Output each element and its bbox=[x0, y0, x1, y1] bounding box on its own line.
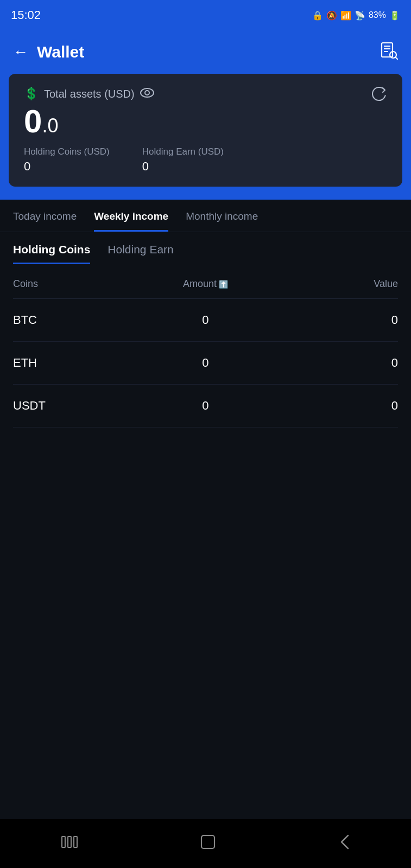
col-header-amount: Amount ⬆️ bbox=[141, 278, 269, 290]
back-button[interactable]: ← bbox=[13, 43, 28, 61]
assets-sub-row: Holding Coins (USD) 0 Holding Earn (USD)… bbox=[24, 146, 387, 174]
wifi-icon: 📶 bbox=[340, 10, 351, 21]
tab-holding-coins[interactable]: Holding Coins bbox=[13, 243, 90, 264]
nav-home-icon[interactable] bbox=[199, 833, 217, 854]
battery-icon: 🔒 bbox=[312, 10, 323, 21]
svg-point-7 bbox=[145, 91, 149, 95]
status-right-icons: 🔒 🔕 📶 📡 83% 🔋 bbox=[312, 10, 400, 21]
page-title: Wallet bbox=[37, 43, 84, 61]
header-left: ← Wallet bbox=[13, 43, 84, 61]
svg-point-6 bbox=[141, 88, 154, 97]
table-row: ETH 0 0 bbox=[13, 342, 398, 385]
assets-amount-decimal: .0 bbox=[42, 114, 58, 137]
table-row: USDT 0 0 bbox=[13, 385, 398, 427]
holding-tabs: Holding Coins Holding Earn bbox=[0, 232, 411, 264]
svg-rect-8 bbox=[62, 837, 65, 847]
coin-amount-usdt: 0 bbox=[141, 399, 269, 413]
holding-earn-item: Holding Earn (USD) 0 bbox=[142, 146, 224, 174]
main-content: Today income Weekly income Monthly incom… bbox=[0, 200, 411, 868]
col-header-value: Value bbox=[270, 278, 398, 290]
app-header: ← Wallet bbox=[0, 30, 411, 74]
coin-name-eth: ETH bbox=[13, 356, 141, 370]
svg-rect-11 bbox=[201, 835, 214, 848]
coin-name-btc: BTC bbox=[13, 313, 141, 327]
refresh-icon[interactable] bbox=[372, 87, 387, 105]
coin-amount-eth: 0 bbox=[141, 356, 269, 370]
battery-level-icon: 🔋 bbox=[389, 10, 400, 21]
battery-percent: 83% bbox=[369, 10, 386, 20]
eye-icon[interactable] bbox=[140, 88, 154, 100]
coin-value-usdt: 0 bbox=[270, 399, 398, 413]
status-bar: 15:02 🔒 🔕 📶 📡 83% 🔋 bbox=[0, 0, 411, 30]
coin-value-btc: 0 bbox=[270, 313, 398, 327]
tab-today-income[interactable]: Today income bbox=[13, 210, 77, 232]
table-row: BTC 0 0 bbox=[13, 299, 398, 342]
coin-name-usdt: USDT bbox=[13, 399, 141, 413]
assets-card: 💲 Total assets (USD) 0.0 Holding Coins (… bbox=[9, 74, 402, 187]
holding-earn-value: 0 bbox=[142, 159, 224, 174]
holding-coins-label: Holding Coins (USD) bbox=[24, 146, 110, 157]
holding-earn-label: Holding Earn (USD) bbox=[142, 146, 224, 157]
tab-holding-earn[interactable]: Holding Earn bbox=[108, 243, 173, 264]
svg-rect-10 bbox=[74, 837, 77, 847]
svg-line-5 bbox=[396, 57, 398, 59]
coin-value-eth: 0 bbox=[270, 356, 398, 370]
holding-coins-item: Holding Coins (USD) 0 bbox=[24, 146, 110, 174]
dollar-icon: 💲 bbox=[24, 87, 39, 101]
status-time: 15:02 bbox=[11, 8, 41, 22]
assets-label-row: 💲 Total assets (USD) bbox=[24, 87, 387, 101]
search-icon[interactable] bbox=[380, 41, 398, 63]
holding-coins-value: 0 bbox=[24, 159, 110, 174]
income-tabs: Today income Weekly income Monthly incom… bbox=[0, 200, 411, 232]
mute-icon: 🔕 bbox=[326, 10, 337, 21]
col-header-coins: Coins bbox=[13, 278, 141, 290]
coin-amount-btc: 0 bbox=[141, 313, 269, 327]
blue-header-section: ← Wallet 💲 Total assets (USD) bbox=[0, 30, 411, 200]
table-header: Coins Amount ⬆️ Value bbox=[13, 270, 398, 299]
tab-monthly-income[interactable]: Monthly income bbox=[186, 210, 258, 232]
signal-icon: 📡 bbox=[355, 10, 365, 21]
sort-icon[interactable]: ⬆️ bbox=[219, 280, 228, 289]
nav-bar bbox=[0, 819, 411, 868]
svg-rect-0 bbox=[382, 43, 393, 57]
assets-amount-main: 0 bbox=[24, 103, 42, 139]
assets-label: Total assets (USD) bbox=[44, 88, 135, 100]
coins-table: Coins Amount ⬆️ Value BTC 0 0 ETH 0 0 US… bbox=[0, 270, 411, 427]
svg-rect-9 bbox=[68, 837, 71, 847]
tab-weekly-income[interactable]: Weekly income bbox=[94, 210, 168, 232]
nav-back-icon[interactable] bbox=[338, 833, 350, 854]
nav-menu-icon[interactable] bbox=[61, 834, 78, 853]
assets-amount: 0.0 bbox=[24, 105, 387, 138]
